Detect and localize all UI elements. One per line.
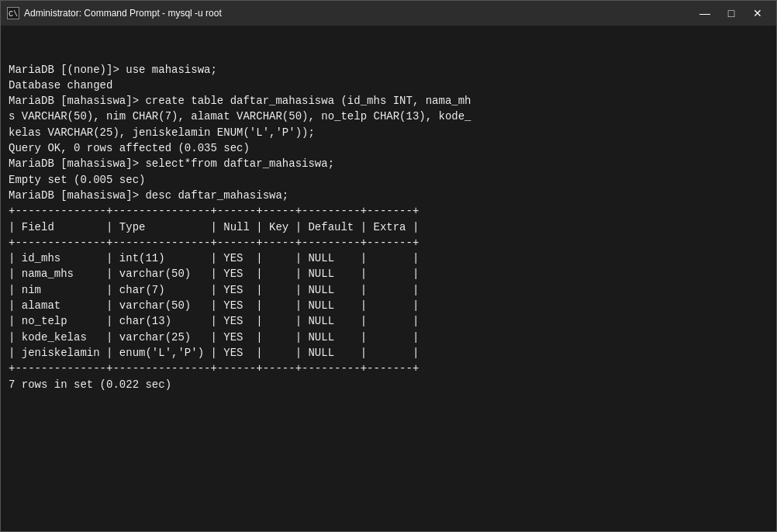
terminal-line: +--------------+---------------+------+-… [9, 361, 768, 376]
minimize-button[interactable]: — [692, 4, 717, 22]
terminal-window: C\ Administrator: Command Prompt - mysql… [0, 0, 777, 532]
terminal-line: kelas VARCHAR(25), jeniskelamin ENUM('L'… [9, 125, 768, 140]
terminal-line: Query OK, 0 rows affected (0.035 sec) [9, 140, 768, 156]
terminal-line: | nim | char(7) | YES | | NULL | | [9, 282, 768, 298]
terminal-line: | kode_kelas | varchar(25) | YES | | NUL… [9, 330, 768, 345]
terminal-line: +--------------+---------------+------+-… [9, 235, 768, 250]
terminal-line: Database changed [9, 78, 768, 93]
title-bar: C\ Administrator: Command Prompt - mysql… [1, 1, 776, 26]
cmd-icon: C\ [7, 7, 19, 19]
terminal-line: | Field | Type | Null | Key | Default | … [9, 219, 768, 235]
terminal-line: +--------------+---------------+------+-… [9, 203, 768, 219]
maximize-button[interactable]: □ [719, 4, 744, 22]
window-controls: — □ ✕ [692, 4, 770, 22]
terminal-body[interactable]: MariaDB [(none)]> use mahasiswa;Database… [1, 26, 776, 531]
terminal-line: s VARCHAR(50), nim CHAR(7), alamat VARCH… [9, 109, 768, 124]
title-bar-left: C\ Administrator: Command Prompt - mysql… [7, 7, 222, 19]
terminal-line: Empty set (0.005 sec) [9, 172, 768, 188]
terminal-line: | alamat | varchar(50) | YES | | NULL | … [9, 298, 768, 313]
terminal-line: MariaDB [mahasiswa]> select*from daftar_… [9, 156, 768, 171]
window-title: Administrator: Command Prompt - mysql -u… [24, 8, 222, 19]
terminal-line: | id_mhs | int(11) | YES | | NULL | | [9, 250, 768, 266]
svg-text:C\: C\ [9, 10, 18, 19]
terminal-line: | jeniskelamin | enum('L','P') | YES | |… [9, 345, 768, 361]
terminal-line: | no_telp | char(13) | YES | | NULL | | [9, 313, 768, 329]
terminal-line: 7 rows in set (0.022 sec) [9, 377, 768, 392]
terminal-line: MariaDB [mahasiswa]> desc daftar_mahasis… [9, 188, 768, 203]
close-button[interactable]: ✕ [745, 4, 770, 22]
terminal-line: | nama_mhs | varchar(50) | YES | | NULL … [9, 266, 768, 282]
terminal-line: MariaDB [(none)]> use mahasiswa; [9, 62, 768, 78]
terminal-line: MariaDB [mahasiswa]> create table daftar… [9, 93, 768, 109]
